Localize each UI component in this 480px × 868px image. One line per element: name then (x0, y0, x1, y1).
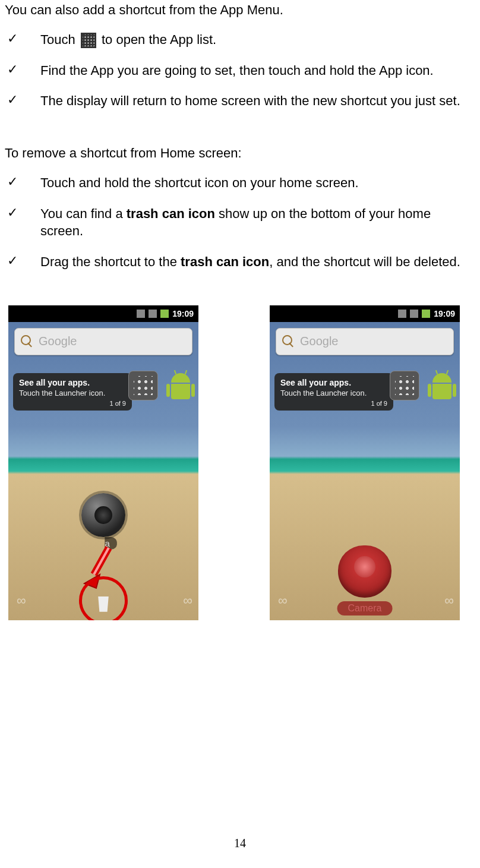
l2i3-post: , and the shortcut will be deleted. (269, 254, 460, 269)
check-icon: ✓ (5, 31, 40, 46)
home-screen: Google See all your apps. Touch the Laun… (8, 322, 198, 620)
check-icon: ✓ (5, 62, 40, 77)
search-placeholder: Google (39, 334, 77, 348)
add-shortcut-list: ✓ Touch to open the App list. ✓ Find the… (5, 31, 475, 110)
intro-paragraph: You can also add a shortcut from the App… (5, 2, 475, 18)
trash-can-icon (97, 596, 110, 612)
list2-item3: ✓ Drag the shortcut to the trash can ico… (5, 253, 475, 271)
list1-item1: ✓ Touch to open the App list. (5, 31, 475, 49)
google-search-bar[interactable]: Google (276, 328, 454, 355)
list1-item3-text: The display will return to home screen w… (40, 92, 475, 110)
check-icon: ✓ (5, 205, 40, 220)
l2i2-bold: trash can icon (127, 206, 215, 221)
signal-icon (149, 310, 157, 318)
home-screen: Google See all your apps. Touch the Laun… (270, 322, 460, 620)
list1-item3: ✓ The display will return to home screen… (5, 92, 475, 110)
battery-icon (160, 310, 169, 318)
launcher-button[interactable] (128, 371, 158, 400)
clock-label: 19:09 (172, 309, 194, 318)
list1-item1-text: Touch to open the App list. (40, 31, 475, 49)
list2-item2-text: You can find a trash can icon show up on… (40, 205, 475, 240)
list2-item2: ✓ You can find a trash can icon show up … (5, 205, 475, 240)
tip-body: Touch the Launcher icon. (280, 389, 387, 397)
battery-icon (422, 310, 430, 318)
search-placeholder: Google (300, 334, 339, 348)
list1-item2-text: Find the App you are going to set, then … (40, 62, 475, 80)
dock-bar: ∞ ∞ (270, 586, 460, 616)
tip-bubble: See all your apps. Touch the Launcher ic… (274, 373, 393, 411)
l1i1-pre: Touch (40, 32, 79, 47)
launcher-button[interactable] (390, 371, 419, 400)
tip-bubble: See all your apps. Touch the Launcher ic… (13, 373, 132, 411)
l2i3-pre: Drag the shortcut to the (40, 254, 181, 269)
remove-shortcut-list: ✓ Touch and hold the shortcut icon on yo… (5, 174, 475, 271)
check-icon: ✓ (5, 253, 40, 269)
screenshots-row: 19:09 Google See all your apps. Touch th… (5, 305, 475, 620)
signal-icon (410, 310, 418, 318)
list2-item1: ✓ Touch and hold the shortcut icon on yo… (5, 174, 475, 192)
page-indicator-right-icon: ∞ (444, 593, 451, 608)
l2i2-pre: You can find a (40, 206, 127, 221)
google-search-bar[interactable]: Google (14, 328, 192, 355)
camera-label: era (90, 537, 117, 550)
trash-drop-zone[interactable] (91, 592, 116, 617)
search-icon (282, 335, 295, 348)
page-indicator-right-icon: ∞ (183, 593, 190, 608)
clock-label: 19:09 (434, 309, 455, 318)
tip-title: See all your apps. (19, 378, 126, 387)
tip-title: See all your apps. (280, 378, 387, 387)
status-bar: 19:09 (270, 305, 460, 322)
status-icon (137, 310, 145, 318)
tip-count: 1 of 9 (280, 400, 387, 407)
list1-item2: ✓ Find the App you are going to set, the… (5, 62, 475, 80)
tip-count: 1 of 9 (19, 400, 126, 407)
android-mascot-icon (168, 373, 194, 404)
list2-item3-text: Drag the shortcut to the trash can icon,… (40, 253, 475, 271)
phone-screenshot-1: 19:09 Google See all your apps. Touch th… (8, 305, 198, 620)
status-bar: 19:09 (8, 305, 198, 322)
camera-shortcut-icon[interactable] (81, 493, 125, 537)
list2-item1-text: Touch and hold the shortcut icon on your… (40, 174, 475, 192)
page-indicator-left-icon: ∞ (278, 593, 285, 608)
check-icon: ✓ (5, 92, 40, 108)
launcher-grid-icon (81, 33, 96, 48)
tip-body: Touch the Launcher icon. (19, 389, 126, 397)
android-mascot-icon (429, 373, 455, 404)
l2i3-bold: trash can icon (181, 254, 269, 269)
page-number: 14 (234, 837, 246, 850)
page-indicator-left-icon: ∞ (17, 593, 24, 608)
status-icon (398, 310, 406, 318)
search-icon (21, 335, 34, 348)
l1i1-post: to open the App list. (102, 32, 216, 47)
phone-screenshot-2: 19:09 Google See all your apps. Touch th… (270, 305, 460, 620)
remove-subheading: To remove a shortcut from Home screen: (5, 146, 475, 161)
check-icon: ✓ (5, 174, 40, 190)
